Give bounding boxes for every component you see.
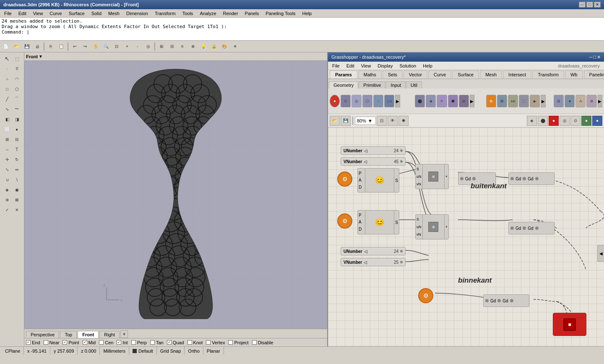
- toolbar-pan[interactable]: ✋: [91, 42, 101, 52]
- toolbar-paste[interactable]: 📋: [56, 42, 66, 52]
- snap-cen[interactable]: Cen: [99, 340, 113, 345]
- close-button[interactable]: ✕: [594, 2, 601, 8]
- gh-tab-wb[interactable]: Wb: [565, 70, 583, 78]
- gh-zoom-fit[interactable]: ⊡: [377, 116, 387, 126]
- gh-tab-surface[interactable]: Surface: [452, 70, 479, 78]
- snap-end-checkbox[interactable]: [26, 340, 31, 345]
- polygon-tool[interactable]: ⬡: [12, 84, 21, 94]
- snap-mid-checkbox[interactable]: [83, 340, 87, 345]
- gh-toolbar-open[interactable]: 📂: [330, 116, 340, 126]
- snap-knot-checkbox[interactable]: [187, 340, 192, 345]
- status-ortho[interactable]: Ortho: [185, 347, 203, 355]
- toolbar-zoom-in[interactable]: +: [122, 42, 132, 52]
- gh-node-unumber2[interactable]: UNumber ◁ 24: [341, 247, 406, 255]
- gh-node-unumber1[interactable]: UNumber ◁ 24: [341, 146, 406, 155]
- gh-tab-vector[interactable]: Vector: [404, 70, 427, 78]
- gh-close[interactable]: ✕: [597, 55, 601, 60]
- control-points-tool[interactable]: ◈: [3, 185, 12, 194]
- snap2-tool[interactable]: ⊠: [12, 195, 21, 204]
- gh-menu-solution[interactable]: Solution: [396, 62, 419, 69]
- gh-node-orange3[interactable]: ⚙: [418, 288, 433, 303]
- toolbar-zoom-window[interactable]: 🔍: [101, 42, 111, 52]
- add-viewport-tab[interactable]: +: [120, 330, 128, 338]
- gh-node-red[interactable]: ■: [553, 313, 586, 336]
- toolbar-viewport[interactable]: ⊟: [167, 42, 177, 52]
- gh-tab-mesh[interactable]: Mesh: [480, 70, 502, 78]
- toolbar-copy[interactable]: ⎘: [46, 42, 56, 52]
- gh-comp-geo1[interactable]: ●: [330, 95, 340, 107]
- gh-comp-util1[interactable]: ⊟: [554, 95, 564, 107]
- toolbar-save[interactable]: 💾: [22, 42, 32, 52]
- toolbar-lights[interactable]: 💡: [198, 42, 208, 52]
- circle-tool[interactable]: ○: [3, 74, 12, 83]
- menu-file[interactable]: File: [1, 10, 15, 17]
- gh-canvas[interactable]: UNumber ◁ 24 VNumber ◁ 45 ⚙: [328, 127, 604, 346]
- gh-node-surface1[interactable]: S uN vN ⊞ +: [415, 164, 449, 189]
- gh-node-gd3[interactable]: Gd Gd: [508, 222, 555, 234]
- gh-toolbar-r2[interactable]: ⬤: [538, 116, 548, 126]
- gh-menu-edit[interactable]: Edit: [343, 62, 358, 69]
- snap-project[interactable]: Project: [228, 340, 248, 345]
- gh-node-orange2[interactable]: ⚙: [337, 213, 352, 229]
- gh-comp-prim3[interactable]: P: [437, 95, 447, 107]
- gh-palette-expand3[interactable]: ▶: [541, 95, 545, 107]
- menu-mesh[interactable]: Mesh: [105, 10, 123, 17]
- snap-int-checkbox[interactable]: [117, 340, 121, 345]
- status-planar[interactable]: Planar: [203, 347, 224, 355]
- gh-comp-input1[interactable]: ⊕: [486, 95, 496, 107]
- menu-paneling-tools[interactable]: Paneling Tools: [262, 10, 299, 17]
- snap-disable-checkbox[interactable]: [252, 340, 257, 345]
- gh-toolbar-r5[interactable]: ⊙: [570, 116, 581, 126]
- gh-comp-prim5[interactable]: M: [459, 95, 469, 107]
- toolbar-zoom-selected[interactable]: ◎: [143, 42, 153, 52]
- tab-front[interactable]: Front: [78, 331, 99, 338]
- snap-end[interactable]: End: [26, 340, 40, 345]
- menu-panels[interactable]: Panels: [242, 10, 263, 17]
- gh-toolbar-r6[interactable]: ●: [581, 116, 591, 126]
- snap-tan-checkbox[interactable]: [150, 340, 155, 345]
- snap-vertex[interactable]: Vertex: [206, 340, 225, 345]
- toolbar-view-options[interactable]: ≡: [177, 42, 187, 52]
- surface-tool[interactable]: ◧: [3, 114, 12, 124]
- text-tool[interactable]: T: [12, 145, 21, 154]
- boolean-diff[interactable]: ∖: [12, 175, 21, 184]
- menu-transform[interactable]: Transform: [151, 10, 179, 17]
- gh-comp-util3[interactable]: A: [575, 95, 586, 107]
- snap-mid[interactable]: Mid: [83, 340, 96, 345]
- rect-tool[interactable]: □: [3, 84, 12, 94]
- edit-pts-tool[interactable]: ◉: [12, 185, 21, 194]
- toolbar-open[interactable]: 📂: [11, 42, 21, 52]
- gh-palette-expand1[interactable]: ▶: [395, 95, 400, 107]
- surface2-tool[interactable]: ◨: [12, 114, 21, 124]
- viewport-dropdown-icon[interactable]: ▼: [39, 54, 43, 59]
- gh-tab-sets[interactable]: Sets: [383, 70, 403, 78]
- snap-perp[interactable]: Perp: [131, 340, 147, 345]
- gh-node-vnumber2[interactable]: VNumber ◁ 25: [341, 258, 406, 266]
- toolbar-zoom-extents[interactable]: ⊡: [112, 42, 122, 52]
- gh-palette-expand2[interactable]: ▶: [470, 95, 474, 107]
- x-tool[interactable]: ✕: [12, 205, 21, 214]
- line-tool[interactable]: ╱: [3, 94, 12, 104]
- gh-tab-curve[interactable]: Curve: [428, 70, 451, 78]
- select-tool[interactable]: ↖: [3, 54, 12, 63]
- polyline-tool[interactable]: ⌒: [12, 94, 21, 104]
- dim-tool[interactable]: ↔: [3, 145, 12, 154]
- gh-comp-prim2[interactable]: ◈: [426, 95, 436, 107]
- snap-point-checkbox[interactable]: [62, 340, 67, 345]
- gh-comp-util2[interactable]: ★: [565, 95, 575, 107]
- boolean-union[interactable]: ∪: [3, 175, 12, 184]
- box-tool[interactable]: ⬜: [3, 125, 12, 134]
- gh-comp-prim1[interactable]: ⬤: [415, 95, 425, 107]
- gh-comp-geo3[interactable]: ◎: [351, 95, 362, 107]
- check-tool[interactable]: ✓: [3, 205, 12, 214]
- gh-comp-geo5[interactable]: ◦: [373, 95, 383, 107]
- gh-toolbar-r7[interactable]: ●: [592, 116, 602, 126]
- gh-node-comp2[interactable]: P A D 😊 S: [357, 210, 399, 234]
- rotate-tool[interactable]: ↻: [12, 155, 21, 164]
- gh-bake[interactable]: ✱: [398, 116, 409, 126]
- gh-menu-file[interactable]: File: [329, 62, 343, 69]
- gh-node-gd2[interactable]: Gd Gd: [508, 172, 555, 185]
- snap-quad-checkbox[interactable]: [167, 340, 172, 345]
- gh-comp-geo6[interactable]: 1.0: [384, 95, 394, 107]
- gh-palette-expand4[interactable]: ▶: [598, 95, 602, 107]
